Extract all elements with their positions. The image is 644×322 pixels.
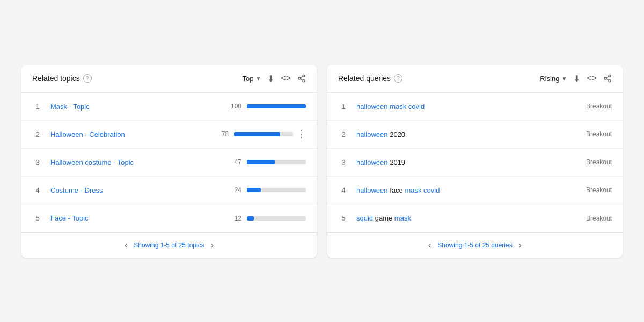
svg-line-8 (606, 79, 609, 80)
topics-filter-label: Top (242, 75, 253, 83)
main-container: Related topics ? Top ▼ ⬇ <> 1 (11, 54, 633, 268)
topics-help-icon[interactable]: ? (83, 74, 92, 83)
bar-container (247, 160, 306, 164)
row-label[interactable]: halloween mask covid (356, 103, 574, 111)
row-number: 5 (338, 214, 349, 222)
row-number: 1 (32, 103, 43, 111)
topics-title: Related topics (32, 74, 80, 83)
svg-point-1 (298, 77, 301, 79)
table-row: 2 Halloween - Celebration 78 ⋮ (21, 121, 317, 149)
row-number: 4 (338, 186, 349, 194)
bar-fill (247, 160, 275, 164)
table-row: 5 squid game mask Breakout (327, 204, 623, 232)
queries-next-button[interactable]: › (519, 240, 522, 250)
topics-prev-button[interactable]: ‹ (125, 240, 127, 250)
row-status: Breakout (574, 103, 612, 110)
svg-point-6 (604, 77, 606, 79)
row-label[interactable]: halloween 2020 (356, 130, 574, 138)
queries-help-icon[interactable]: ? (394, 74, 402, 83)
queries-controls: Rising ▼ ⬇ <> (540, 74, 612, 84)
bar-fill (247, 188, 261, 192)
topics-share-icon[interactable] (297, 74, 306, 83)
table-row: 4 Costume - Dress 24 (21, 177, 317, 204)
topics-card: Related topics ? Top ▼ ⬇ <> 1 (21, 65, 317, 258)
svg-point-5 (609, 75, 611, 77)
topics-download-icon[interactable]: ⬇ (267, 74, 274, 84)
row-number: 4 (32, 186, 43, 194)
bar-container (247, 216, 306, 221)
row-label[interactable]: halloween face mask covid (356, 186, 574, 194)
topics-filter-dropdown[interactable]: Top ▼ (242, 75, 261, 83)
row-value: 47 (224, 158, 241, 166)
queries-filter-dropdown[interactable]: Rising ▼ (540, 75, 567, 83)
bar-container (247, 188, 306, 192)
queries-download-icon[interactable]: ⬇ (573, 74, 580, 84)
table-row: 4 halloween face mask covid Breakout (327, 177, 623, 204)
row-value: 78 (211, 130, 229, 138)
queries-title: Related queries (338, 74, 391, 83)
row-status: Breakout (574, 130, 612, 138)
topics-footer: ‹ Showing 1-5 of 25 topics › (21, 232, 317, 258)
row-label[interactable]: Halloween - Celebration (50, 130, 211, 138)
svg-line-3 (301, 79, 303, 80)
topics-dropdown-arrow: ▼ (255, 76, 261, 82)
row-status: Breakout (574, 215, 612, 222)
row-number: 3 (338, 158, 349, 166)
queries-table: 1 halloween mask covid Breakout 2 hallow… (327, 93, 623, 232)
queries-pagination: Showing 1-5 of 25 queries (437, 241, 512, 249)
row-value: 12 (224, 215, 241, 222)
row-label[interactable]: Halloween costume - Topic (50, 158, 224, 166)
queries-embed-icon[interactable]: <> (587, 74, 597, 83)
row-label[interactable]: squid game mask (356, 214, 574, 222)
row-value: 100 (224, 103, 241, 110)
bar-fill (234, 132, 280, 136)
row-status: Breakout (574, 158, 612, 166)
row-number: 1 (338, 103, 349, 111)
table-row: 3 halloween 2019 Breakout (327, 149, 623, 177)
bar-container (247, 104, 306, 108)
bar-fill (247, 104, 306, 108)
row-number: 2 (32, 130, 43, 138)
table-row: 3 Halloween costume - Topic 47 (21, 149, 317, 177)
topics-header: Related topics ? Top ▼ ⬇ <> (21, 65, 317, 93)
row-more-icon[interactable]: ⋮ (296, 128, 306, 140)
topics-pagination: Showing 1-5 of 25 topics (134, 241, 204, 249)
svg-point-0 (303, 75, 305, 77)
queries-share-icon[interactable] (603, 74, 612, 83)
row-value: 24 (224, 186, 241, 194)
queries-card: Related queries ? Rising ▼ ⬇ <> 1 (327, 65, 623, 258)
row-status: Breakout (574, 186, 612, 194)
topics-controls: Top ▼ ⬇ <> (242, 74, 306, 84)
row-number: 5 (32, 214, 43, 222)
queries-prev-button[interactable]: ‹ (428, 240, 431, 250)
bar-fill (247, 216, 254, 221)
queries-header: Related queries ? Rising ▼ ⬇ <> (327, 65, 623, 93)
svg-line-4 (301, 76, 303, 78)
bar-container (234, 132, 293, 136)
queries-dropdown-arrow: ▼ (561, 76, 567, 82)
row-number: 2 (338, 130, 349, 138)
table-row: 1 halloween mask covid Breakout (327, 93, 623, 121)
table-row: 5 Face - Topic 12 (21, 204, 317, 232)
svg-line-9 (606, 76, 609, 78)
topics-table: 1 Mask - Topic 100 2 Halloween - Celebra… (21, 93, 317, 232)
queries-filter-label: Rising (540, 75, 559, 83)
topics-next-button[interactable]: › (211, 240, 214, 250)
svg-point-7 (609, 80, 611, 82)
row-label[interactable]: Face - Topic (50, 214, 224, 222)
row-label[interactable]: Mask - Topic (50, 103, 224, 111)
row-label[interactable]: halloween 2019 (356, 158, 574, 166)
table-row: 2 halloween 2020 Breakout (327, 121, 623, 149)
svg-point-2 (303, 80, 305, 82)
row-label[interactable]: Costume - Dress (50, 186, 224, 194)
table-row: 1 Mask - Topic 100 (21, 93, 317, 121)
topics-embed-icon[interactable]: <> (281, 74, 291, 83)
queries-footer: ‹ Showing 1-5 of 25 queries › (327, 232, 623, 258)
row-number: 3 (32, 158, 43, 166)
